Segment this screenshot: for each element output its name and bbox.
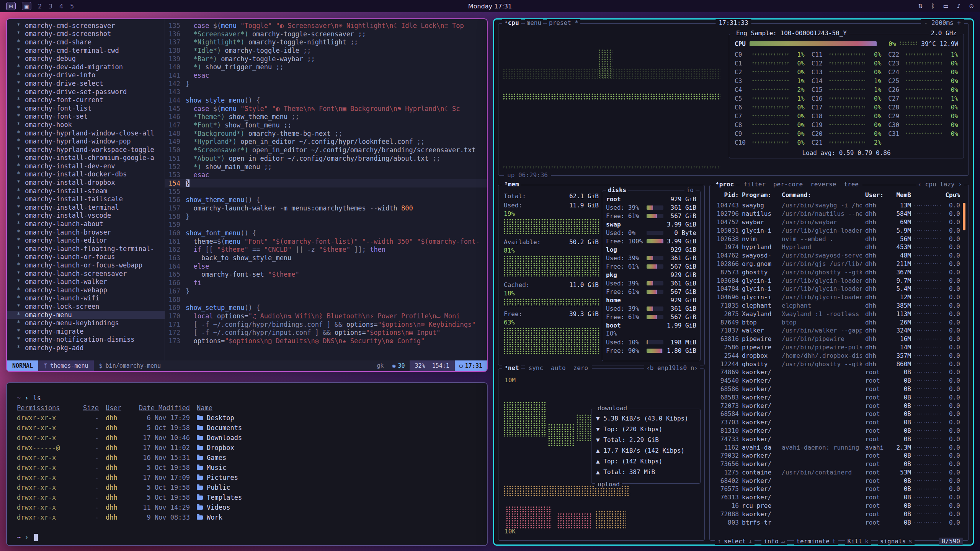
proc-filter-button[interactable]: filter	[742, 181, 768, 188]
proc-sort-program[interactable]: Program:	[742, 191, 779, 199]
workspace-2[interactable]: 2	[38, 3, 42, 10]
file-item[interactable]: *omarchy-menu-keybindings	[7, 319, 165, 327]
process-row[interactable]: 73703kworker/root0B0.0	[714, 418, 960, 427]
file-item[interactable]: *omarchy-install-terminal	[7, 203, 165, 212]
process-row[interactable]: 81310kworker/root0B0.0	[714, 427, 960, 435]
file-item[interactable]: *omarchy-cmd-screensaver	[7, 21, 165, 30]
process-row[interactable]: 104784glycin-i/usr/lib/glycin-loadersdhh…	[714, 285, 960, 293]
process-row[interactable]: 68586kworker/root0B0.0	[714, 385, 960, 393]
net-interface[interactable]: ‹b enp191s0 n›	[644, 364, 700, 372]
file-item[interactable]: *omarchy-cmd-screenshot	[7, 30, 165, 38]
file-item[interactable]: *omarchy-hyprland-window-pop	[7, 137, 165, 145]
proc-sort-memb[interactable]: MemB	[890, 191, 911, 199]
code-line[interactable]: 146 *Theme*) show_theme_menu ;;	[165, 113, 487, 121]
file-item[interactable]: *omarchy-hyprland-window-close-all	[7, 129, 165, 137]
code-line[interactable]: 150 *Screensaver*) open_in_editor ~/.con…	[165, 146, 487, 154]
file-item[interactable]: *omarchy-launch-or-focus	[7, 253, 165, 261]
file-item[interactable]: *omarchy-install-vscode	[7, 212, 165, 220]
file-item[interactable]: *omarchy-install-tailscale	[7, 195, 165, 203]
process-row[interactable]: 94540kworker/root0B0.0	[714, 377, 960, 385]
code-line[interactable]: 165 omarchy-font-set "$theme"	[165, 271, 487, 279]
code-line[interactable]: 137 *Nightlight*) omarchy-toggle-nightli…	[165, 38, 487, 46]
file-item[interactable]: *omarchy-hook	[7, 121, 165, 129]
code-line[interactable]: 168	[165, 295, 487, 304]
code-line[interactable]: 136 *Screensaver*) omarchy-toggle-screen…	[165, 30, 487, 38]
file-item[interactable]: *omarchy-font-set	[7, 112, 165, 121]
process-row[interactable]: 2586pipewire/usr/bin/pipewire-pulsedhh14…	[714, 343, 960, 352]
process-row[interactable]: 1275containe/usr/bin/containerdroot53M0.…	[714, 468, 960, 477]
file-item[interactable]: *omarchy-launch-browser	[7, 228, 165, 236]
code-line[interactable]: 140 *) show_trigger_menu ;;	[165, 63, 487, 71]
file-item[interactable]: *omarchy-drive-info	[7, 71, 165, 80]
process-row[interactable]: 74733kworker/root0B0.0	[714, 435, 960, 443]
code-line[interactable]: 152 *) show_main_menu ;;	[165, 163, 487, 171]
file-item[interactable]: *omarchy-pkg-add	[7, 344, 165, 352]
process-row[interactable]: 2075XwaylandXwayland :1 -rootless -dhh11…	[714, 310, 960, 318]
file-item[interactable]: *omarchy-launch-webapp	[7, 286, 165, 294]
code-line[interactable]: 143	[165, 88, 487, 96]
file-item[interactable]: *omarchy-dev-add-migration	[7, 63, 165, 71]
file-item[interactable]: *omarchy-cmd-terminal-cwd	[7, 46, 165, 55]
file-item[interactable]: *omarchy-hyprland-workspace-toggle	[7, 145, 165, 154]
process-row[interactable]: 72073kworker/root0B0.0	[714, 401, 960, 410]
code-line[interactable]: 154}	[165, 179, 487, 187]
code-line[interactable]: 161 theme=$(menu "Font" "$(omarchy-font-…	[165, 237, 487, 246]
code-line[interactable]: 138 *Idle*) omarchy-toggle-idle ;;	[165, 46, 487, 55]
code-line[interactable]: 172 [ -f ~/.config/hypr/input.conf ] && …	[165, 328, 487, 337]
code-line[interactable]: 142}	[165, 80, 487, 88]
file-item[interactable]: *omarchy-install-chromium-google-a	[7, 154, 165, 162]
process-row[interactable]: 803btrfs-trroot0B0.0	[714, 518, 960, 527]
code-line[interactable]: 151 *About*) open_in_editor ~/.config/om…	[165, 154, 487, 163]
proc-kill-button[interactable]: Killk	[845, 538, 871, 545]
file-item[interactable]: *omarchy-debug	[7, 54, 165, 63]
file-item[interactable]: *omarchy-launch-walker	[7, 277, 165, 286]
process-row[interactable]: 68584kworker/root0B0.0	[714, 410, 960, 418]
proc-select-button[interactable]: ↑select↓	[715, 538, 755, 545]
process-row[interactable]: 103684glycin-i/usr/lib/glycin-loadersdhh…	[714, 276, 960, 285]
code-line[interactable]: 160show_font_menu() {	[165, 229, 487, 237]
code-line[interactable]: 163 back_to show_style_menu	[165, 254, 487, 262]
process-row[interactable]: 76313kworker/root0B0.0	[714, 493, 960, 502]
code-line[interactable]: 144show_style_menu() {	[165, 96, 487, 104]
process-row[interactable]: 102866org.gnom/usr/bin/gjs /usr/lib/odhh…	[714, 260, 960, 268]
proc-sort-pid[interactable]: Pid:	[714, 191, 739, 199]
process-row[interactable]: 68402kworker/root0B0.0	[714, 476, 960, 485]
power-icon[interactable]: ⊙	[969, 3, 974, 10]
code-line[interactable]: 157 omarchy-launch-walker -m menus:omarc…	[165, 204, 487, 212]
file-item[interactable]: *omarchy-launch-floating-terminal-	[7, 245, 165, 253]
net-zero-button[interactable]: zero	[572, 364, 590, 372]
volume-icon[interactable]: ♪	[957, 3, 961, 10]
preset-button[interactable]: preset *	[547, 19, 580, 26]
file-item[interactable]: *omarchy-font-current	[7, 96, 165, 104]
code-line[interactable]: 171 [ -f ~/.config/hypr/bindings.conf ] …	[165, 320, 487, 329]
proc-sort-mode[interactable]: ‹ cpu lazy ›	[916, 181, 964, 188]
code-line[interactable]: 139 *Bar*) omarchy-toggle-waybar ;;	[165, 55, 487, 63]
workspace-4[interactable]: 4	[59, 3, 64, 10]
file-item[interactable]: *omarchy-migrate	[7, 327, 165, 336]
code-line[interactable]: 164 else	[165, 262, 487, 271]
terminal-content[interactable]: ~ › ls PermissionsSizeUserDate ModifiedN…	[7, 383, 487, 551]
process-row[interactable]: 71835elephantelephantdhh385M0.0	[714, 302, 960, 310]
file-item[interactable]: *omarchy-launch-wifi	[7, 294, 165, 303]
net-sync-button[interactable]: sync	[527, 364, 546, 372]
code-line[interactable]: 153 esac	[165, 171, 487, 179]
proc-tree-button[interactable]: tree	[842, 181, 861, 188]
process-row[interactable]: 104696glycin-i/usr/lib/glycin-loadersdhh…	[714, 293, 960, 302]
code-line[interactable]: 145 case $(menu "Style" "◐ Theme\n✎ Font…	[165, 104, 487, 113]
workspace-tile[interactable]: ⊞	[6, 2, 16, 10]
file-item[interactable]: *omarchy-launch-screensaver	[7, 269, 165, 278]
process-row[interactable]: 72088kworker/root0B0.0	[714, 510, 960, 518]
git-branch[interactable]: ᛘ themes-menu	[38, 360, 93, 371]
process-row[interactable]: 105031glycin-i/usr/lib/glycin-loadersdhh…	[714, 226, 960, 235]
process-row[interactable]: 1162avahi-daavahi-daemon: running [avahi…	[714, 443, 960, 452]
file-item[interactable]: *omarchy-drive-set-password	[7, 88, 165, 96]
proc-sort-command[interactable]: Command:	[782, 191, 862, 199]
process-row[interactable]: 102638nvimnvim --embed .dhh56M0.0	[714, 235, 960, 243]
file-item[interactable]: *omarchy-cmd-share	[7, 38, 165, 46]
menu-button[interactable]: menu	[525, 19, 544, 26]
process-row[interactable]: 87649btopbtopdhh26M0.0	[714, 318, 960, 326]
file-item[interactable]: *omarchy-font-list	[7, 104, 165, 112]
proc-scrollbar-thumb[interactable]	[963, 203, 965, 230]
code-line[interactable]: 141 esac	[165, 71, 487, 80]
process-row[interactable]: 76575kworker/root0B0.0	[714, 485, 960, 493]
